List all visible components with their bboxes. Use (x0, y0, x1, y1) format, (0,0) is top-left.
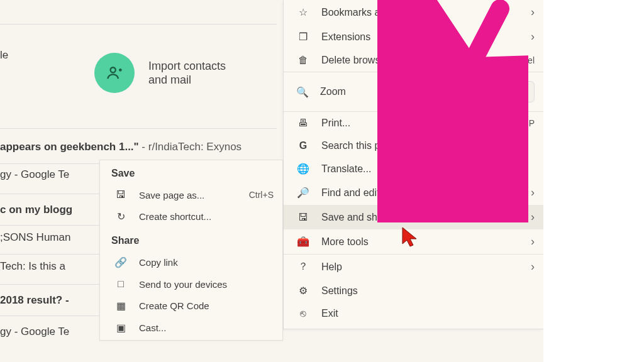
shortcut-label: Ctrl+Shift+Del (480, 55, 535, 65)
bg-fragment-blog: c on my blogg (0, 204, 72, 216)
printer-icon: 🖶 (296, 118, 310, 129)
link-icon: 🔗 (114, 256, 128, 268)
menu-settings[interactable]: ⚙ Settings (284, 279, 543, 302)
import-contacts-button[interactable]: Import contacts and mail (94, 53, 226, 93)
bg-fragment-le: le (0, 49, 8, 62)
cast-icon: ▣ (114, 322, 128, 334)
bg-fragment-gy2: gy - Google Te (0, 326, 69, 338)
submenu-create-qr[interactable]: ▦ Create QR Code (100, 295, 282, 317)
menu-search-google[interactable]: G Search this p w Google... (284, 134, 543, 157)
chevron-right-icon: › (531, 186, 535, 199)
chrome-overflow-menu: ☆ Bookmarks and lists › ❒ Extensions › 🗑… (283, 0, 543, 329)
menu-more-tools[interactable]: 🧰 More tools › (284, 229, 543, 254)
bg-fragment-geekbench: appears on geekbench 1..." - r/IndiaTech… (0, 141, 242, 153)
submenu-save-page-as[interactable]: 🖫 Save page as... Ctrl+S (100, 184, 282, 206)
bg-fragment-tech: Tech: Is this a (0, 260, 65, 273)
chevron-right-icon: › (531, 6, 535, 19)
devices-icon: □ (114, 278, 128, 290)
save-page-icon: 🖫 (114, 189, 128, 200)
help-icon: ？ (296, 260, 310, 273)
menu-delete-browsing-data[interactable]: 🗑 Delete browsing data... Ctrl+Shift+Del (284, 49, 543, 72)
menu-bookmarks[interactable]: ☆ Bookmarks and lists › (284, 0, 543, 25)
fullscreen-button[interactable]: ⛶ (513, 81, 535, 102)
chevron-right-icon: › (531, 30, 535, 43)
zoom-percentage: 100% (436, 86, 469, 97)
chevron-right-icon: › (531, 211, 535, 224)
save-share-icon: 🖫 (296, 212, 310, 223)
magnifier-icon: 🔍 (296, 86, 309, 98)
star-icon: ☆ (296, 6, 310, 18)
zoom-in-button[interactable]: + (480, 81, 502, 102)
bg-fragment-gy: gy - Google Te (0, 168, 69, 181)
shortcut-icon: ↻ (114, 211, 128, 222)
submenu-copy-link[interactable]: 🔗 Copy link (100, 251, 282, 273)
menu-extensions[interactable]: ❒ Extensions › (284, 25, 543, 49)
bg-fragment-sons: ;SONS Human (0, 231, 70, 244)
submenu-send-to-devices[interactable]: □ Send to your devices (100, 273, 282, 295)
search-page-icon: 🔎 (296, 187, 310, 199)
submenu-cast[interactable]: ▣ Cast... (100, 317, 282, 339)
toolbox-icon: 🧰 (296, 236, 310, 248)
trash-icon: 🗑 (296, 55, 310, 66)
menu-exit[interactable]: ⎋ Exit (284, 302, 543, 325)
submenu-share-heading: Share (100, 231, 282, 251)
submenu-create-shortcut[interactable]: ↻ Create shortcut... (100, 206, 282, 228)
google-g-icon: G (296, 140, 310, 151)
menu-zoom-row: 🔍 Zoom 100% + ⛶ (284, 72, 543, 111)
shortcut-label: Ctrl+P (510, 118, 535, 128)
save-share-submenu: Save 🖫 Save page as... Ctrl+S ↻ Create s… (99, 160, 283, 341)
menu-translate[interactable]: 🌐 Translate... (284, 157, 543, 180)
menu-save-and-share[interactable]: 🖫 Save and share › (284, 205, 543, 229)
translate-icon: 🌐 (296, 163, 310, 175)
menu-print[interactable]: 🖶 Print... Ctrl+P (284, 112, 543, 134)
submenu-save-heading: Save (100, 164, 282, 184)
add-person-icon (94, 53, 135, 93)
exit-icon: ⎋ (296, 308, 310, 319)
photo-edge-whitespace (543, 0, 644, 362)
menu-help[interactable]: ？ Help › (284, 255, 543, 279)
puzzle-icon: ❒ (296, 31, 310, 43)
chevron-right-icon: › (531, 235, 535, 248)
gear-icon: ⚙ (296, 285, 310, 297)
chevron-right-icon: › (531, 260, 535, 273)
svg-point-0 (111, 67, 116, 72)
menu-find-and-edit[interactable]: 🔎 Find and edit › (284, 180, 543, 205)
bg-fragment-2018: 2018 result? - (0, 294, 69, 307)
qr-icon: ▦ (114, 300, 128, 312)
